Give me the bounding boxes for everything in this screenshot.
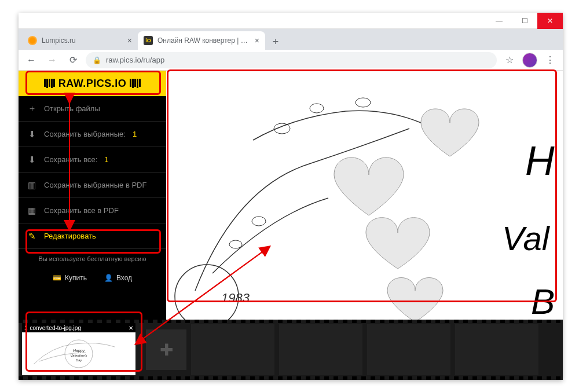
pdf-icon: ▥ [27,180,37,190]
tab-title: Онлайн RAW конвертер | Обра... [157,36,250,45]
window-close-button[interactable]: ✕ [537,13,563,29]
url-text: raw.pics.io/ru/app [106,56,164,64]
favicon-lumpics [28,36,37,45]
forward-button[interactable]: → [44,52,60,68]
image-preview[interactable]: H Val B 1983 [166,71,563,320]
thumbnail[interactable]: 1 converted-to-jpg.jpg ✕ Happy Valentine… [22,324,135,375]
svg-text:1983: 1983 [221,291,250,305]
pdf-grid-icon: ▦ [27,206,37,216]
film-icon [44,79,55,88]
save-all-button[interactable]: ⬇ Сохранить все: 1 [19,147,166,173]
profile-avatar[interactable] [522,53,537,68]
all-count: 1 [104,155,108,164]
bookmark-button[interactable]: ☆ [501,52,518,68]
new-tab-button[interactable]: + [267,34,284,50]
save-all-pdf-button[interactable]: ▦ Сохранить все в PDF [19,198,166,224]
plus-icon: ＋ [27,103,37,114]
free-version-note: Вы используете бесплатную версию [19,249,166,269]
tab-title: Lumpics.ru [42,36,123,45]
window-minimize-button[interactable]: — [486,13,512,29]
logo[interactable]: RAW.PICS.IO [19,71,166,96]
preview-image: H Val B 1983 [166,71,563,320]
back-button[interactable]: ← [23,52,39,68]
download-all-icon: ⬇ [27,155,37,165]
save-all-pdf-label: Сохранить все в PDF [44,206,119,215]
empty-film-cell [367,324,450,375]
logo-text: RAW.PICS.IO [58,78,127,90]
favicon-rawpics: iO [144,36,153,45]
empty-film-cell [191,324,274,375]
close-icon[interactable]: × [255,36,259,45]
url-input[interactable]: 🔒 raw.pics.io/ru/app [86,52,497,68]
empty-film-cell [279,324,362,375]
pencil-icon: ✎ [27,231,37,241]
lock-icon: 🔒 [93,56,101,64]
buy-button[interactable]: 💳 Купить [53,274,87,282]
user-icon: 👤 [104,274,113,282]
save-all-label: Сохранить все: [44,155,97,164]
download-icon: ⬇ [27,129,37,140]
address-bar: ← → ⟳ 🔒 raw.pics.io/ru/app ☆ ⋮ [19,50,563,71]
svg-text:H: H [525,138,555,184]
add-file-button[interactable]: ✚ [146,329,186,370]
svg-text:Val: Val [502,219,551,257]
tab-lumpics[interactable]: Lumpics.ru × [22,31,138,50]
tab-rawpics[interactable]: iO Онлайн RAW конвертер | Обра... × [138,31,265,50]
edit-button[interactable]: ✎ Редактировать [19,224,166,249]
svg-text:B: B [531,281,555,320]
filmstrip: 1 converted-to-jpg.jpg ✕ Happy Valentine… [19,320,563,380]
open-files-button[interactable]: ＋ Открыть файлы [19,96,166,122]
reload-button[interactable]: ⟳ [65,52,81,68]
wallet-icon: 💳 [53,274,61,282]
buy-label: Купить [65,274,87,282]
sidebar: RAW.PICS.IO ＋ Открыть файлы ⬇ Сохранить … [19,71,166,320]
svg-text:Valentine's: Valentine's [71,354,87,357]
svg-text:Happy: Happy [73,349,85,353]
login-label: Вход [116,274,132,282]
thumb-index: 1 [24,325,28,331]
edit-label: Редактировать [44,232,96,240]
browser-menu-button[interactable]: ⋮ [542,54,558,65]
empty-film-cell [455,324,538,375]
save-selected-button[interactable]: ⬇ Сохранить выбранные: 1 [19,122,166,147]
thumb-filename: converted-to-jpg.jpg [30,325,126,331]
login-button[interactable]: 👤 Вход [104,274,132,282]
selected-count: 1 [133,130,137,138]
thumb-image: Happy Valentine's Day [22,332,135,375]
save-selected-label: Сохранить выбранные: [44,130,126,138]
save-selected-pdf-label: Сохранить выбранные в PDF [44,181,146,189]
window-titlebar: — ☐ ✕ [19,13,563,29]
film-icon [130,79,141,88]
thumb-close-button[interactable]: ✕ [129,325,133,331]
save-selected-pdf-button[interactable]: ▥ Сохранить выбранные в PDF [19,173,166,198]
open-files-label: Открыть файлы [44,104,100,113]
window-maximize-button[interactable]: ☐ [512,13,537,29]
svg-text:Day: Day [76,358,83,362]
close-icon[interactable]: × [127,36,132,45]
browser-tabs: Lumpics.ru × iO Онлайн RAW конвертер | О… [19,29,563,50]
